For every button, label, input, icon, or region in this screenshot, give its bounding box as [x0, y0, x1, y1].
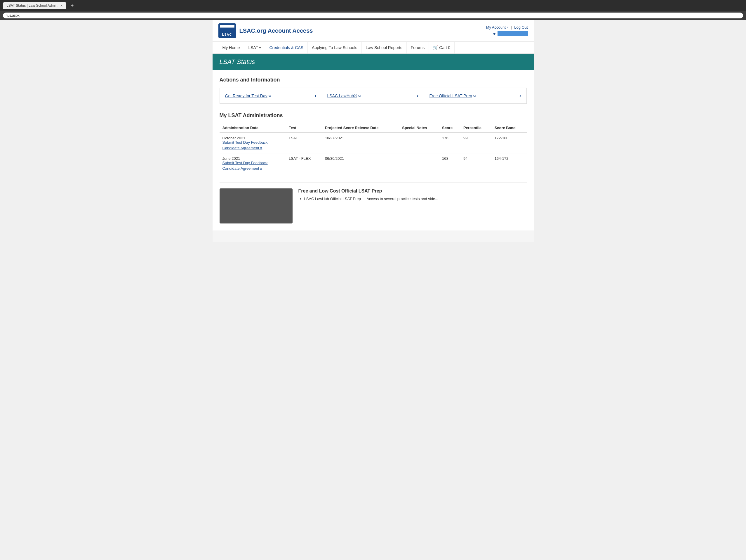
nav-item-applying[interactable]: Applying To Law Schools: [308, 42, 362, 53]
row2-percentile: 94: [460, 153, 492, 174]
lawhub-link[interactable]: LSAC LawHub®: [327, 93, 361, 98]
nav-item-my-home[interactable]: My Home: [219, 42, 245, 53]
row1-date-text: October 2021: [223, 136, 283, 140]
row1-feedback-link[interactable]: Submit Test Day Feedback: [223, 140, 283, 145]
bottom-heading: Free and Low Cost Official LSAT Prep: [298, 189, 527, 194]
nav-label-cart: Cart 0: [439, 45, 450, 50]
nav-item-lsat[interactable]: LSAT ▾: [244, 42, 265, 53]
nav-item-cart[interactable]: 🛒 Cart 0: [429, 42, 455, 53]
page-content: LSAT Status Actions and Information Get …: [212, 54, 534, 242]
my-account-link[interactable]: My Account: [486, 25, 509, 29]
get-ready-arrow: ›: [315, 93, 316, 99]
page-title-main: Status: [235, 58, 255, 65]
pipe-separator: |: [511, 25, 512, 29]
row1-score: 176: [439, 133, 460, 153]
row1-notes: [399, 133, 439, 153]
nav-label-my-home: My Home: [223, 45, 240, 50]
row2-date-text: June 2021: [223, 156, 283, 161]
row2-score: 168: [439, 153, 460, 174]
col-header-notes: Special Notes: [399, 123, 439, 133]
administrations-section: My LSAT Administrations Administration D…: [220, 112, 527, 173]
bullet-text: LSAC LawHub Official LSAT Prep — Access …: [304, 197, 438, 201]
action-card-free-prep[interactable]: Free Official LSAT Prep ›: [424, 88, 526, 104]
bottom-text: Free and Low Cost Official LSAT Prep LSA…: [298, 189, 527, 223]
free-prep-link[interactable]: Free Official LSAT Prep: [430, 93, 476, 98]
row1-band: 172-180: [492, 133, 527, 153]
bottom-section: Free and Low Cost Official LSAT Prep LSA…: [220, 182, 527, 223]
col-header-percentile: Percentile: [460, 123, 492, 133]
logout-link[interactable]: Log Out: [514, 25, 527, 29]
nav-label-credentials: Credentials & CAS: [269, 45, 304, 50]
page-title-prefix: LSAT: [220, 58, 235, 65]
nav-label-law-school-reports: Law School Reports: [366, 45, 402, 50]
col-header-projected: Projected Score Release Date: [322, 123, 399, 133]
site-header: LSAC LSAC.org Account Access My Account …: [212, 20, 534, 42]
row2-date: June 2021 Submit Test Day Feedback Candi…: [220, 153, 286, 174]
user-avatar-icon: ●: [493, 31, 496, 36]
row1-percentile: 99: [460, 133, 492, 153]
table-row: June 2021 Submit Test Day Feedback Candi…: [220, 153, 527, 174]
address-bar-row: tus.aspx: [0, 11, 746, 20]
free-prep-arrow: ›: [519, 93, 521, 99]
lawhub-arrow: ›: [417, 93, 419, 99]
row1-agreement-link[interactable]: Candidate Agreement: [223, 146, 283, 150]
row2-test: LSAT - FLEX: [286, 153, 322, 174]
header-top-links: My Account | Log Out: [486, 25, 528, 29]
action-card-get-ready[interactable]: Get Ready for Test Day ›: [220, 88, 322, 104]
row1-test: LSAT: [286, 133, 322, 153]
get-ready-link[interactable]: Get Ready for Test Day: [225, 93, 271, 98]
logo-text: LSAC: [222, 33, 232, 36]
list-item: LSAC LawHub Official LSAT Prep — Access …: [304, 197, 527, 201]
table-header-row: Administration Date Test Projected Score…: [220, 123, 527, 133]
row1-projected: 10/27/2021: [322, 133, 399, 153]
col-header-date: Administration Date: [220, 123, 286, 133]
actions-grid: Get Ready for Test Day › LSAC LawHub® › …: [220, 88, 527, 104]
col-header-band: Score Band: [492, 123, 527, 133]
col-header-test: Test: [286, 123, 322, 133]
row1-links: Submit Test Day Feedback Candidate Agree…: [223, 140, 283, 150]
nav-label-forums: Forums: [411, 45, 425, 50]
nav-item-law-school-reports[interactable]: Law School Reports: [362, 42, 407, 53]
administrations-heading: My LSAT Administrations: [220, 112, 527, 119]
row2-band: 164-172: [492, 153, 527, 174]
row2-notes: [399, 153, 439, 174]
nav-item-credentials[interactable]: Credentials & CAS: [265, 42, 308, 53]
user-avatar-row: ●: [493, 31, 527, 36]
logo-area: LSAC LSAC.org Account Access: [219, 23, 313, 38]
cart-icon: 🛒: [433, 45, 438, 50]
page-wrapper: LSAC LSAC.org Account Access My Account …: [212, 20, 534, 242]
page-title-bar: LSAT Status: [212, 54, 534, 70]
main-navigation: My Home LSAT ▾ Credentials & CAS Applyin…: [212, 42, 534, 54]
lsac-logo: LSAC: [219, 23, 236, 38]
row2-projected: 06/30/2021: [322, 153, 399, 174]
header-right: My Account | Log Out ●: [486, 25, 528, 36]
action-card-lawhub[interactable]: LSAC LawHub® ›: [322, 88, 424, 104]
browser-tab[interactable]: LSAT Status | Law School Admi... ✕: [3, 2, 66, 9]
actions-heading: Actions and Information: [220, 77, 527, 83]
browser-chrome: LSAT Status | Law School Admi... ✕ +: [0, 0, 746, 11]
nav-label-applying: Applying To Law Schools: [312, 45, 357, 50]
address-bar[interactable]: tus.aspx: [3, 12, 743, 19]
row2-agreement-link[interactable]: Candidate Agreement: [223, 166, 283, 171]
row2-links: Submit Test Day Feedback Candidate Agree…: [223, 161, 283, 171]
new-tab-button[interactable]: +: [68, 2, 76, 9]
user-name: [497, 31, 527, 36]
nav-label-lsat: LSAT: [248, 45, 258, 50]
tab-title: LSAT Status | Law School Admi...: [6, 3, 58, 8]
bottom-bullets: LSAC LawHub Official LSAT Prep — Access …: [304, 197, 527, 201]
tab-close-button[interactable]: ✕: [60, 4, 63, 8]
col-header-score: Score: [439, 123, 460, 133]
table-row: October 2021 Submit Test Day Feedback Ca…: [220, 133, 527, 153]
row2-feedback-link[interactable]: Submit Test Day Feedback: [223, 161, 283, 165]
lsat-dropdown-arrow: ▾: [259, 46, 261, 49]
administrations-table: Administration Date Test Projected Score…: [220, 123, 527, 173]
nav-item-forums[interactable]: Forums: [407, 42, 429, 53]
main-content-area: Actions and Information Get Ready for Te…: [212, 70, 534, 230]
site-title: LSAC.org Account Access: [239, 27, 313, 34]
row1-date: October 2021 Submit Test Day Feedback Ca…: [220, 133, 286, 153]
page-title: LSAT Status: [220, 58, 527, 66]
bottom-image: [220, 189, 292, 223]
